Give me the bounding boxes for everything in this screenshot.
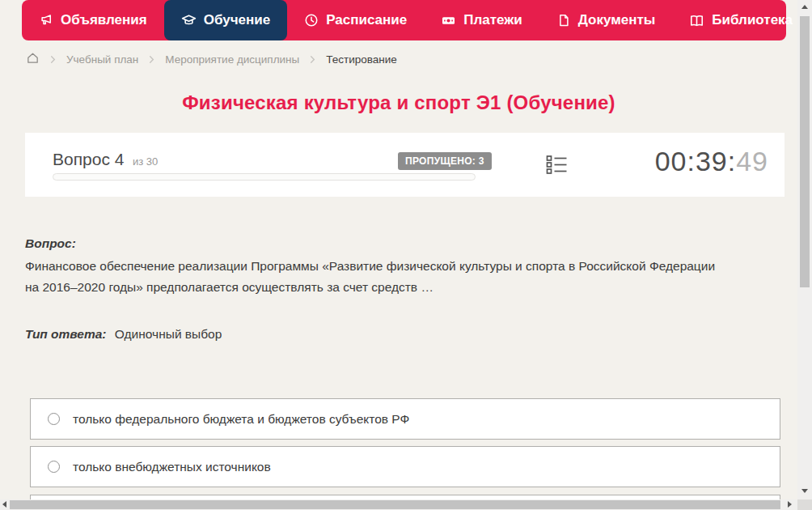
open-book-icon xyxy=(689,13,704,28)
megaphone-icon xyxy=(39,13,53,28)
skipped-badge: ПРОПУЩЕНО: 3 xyxy=(398,152,492,170)
nav-tab-announcements[interactable]: Объявления xyxy=(22,0,164,40)
scroll-right-arrow[interactable] xyxy=(788,501,792,508)
nav-tab-label: Документы xyxy=(578,12,656,28)
nav-tab-documents[interactable]: Документы xyxy=(539,0,673,40)
scroll-left-arrow[interactable] xyxy=(2,501,6,508)
answer-option-label: только внебюджетных источников xyxy=(73,460,271,474)
scroll-up-arrow[interactable] xyxy=(801,5,808,9)
chevron-right-icon xyxy=(147,55,156,64)
breadcrumb-item-study-plan[interactable]: Учебный план xyxy=(66,53,138,66)
vertical-scrollbar[interactable] xyxy=(797,0,812,499)
breadcrumb: Учебный план Мероприятие дисциплины Тест… xyxy=(26,49,397,69)
nav-tab-label: Библиотека xyxy=(712,12,793,28)
nav-tab-label: Платежи xyxy=(463,12,522,28)
answer-type-row: Тип ответа: Одиночный выбор xyxy=(25,327,222,342)
question-number: Вопрос 4 xyxy=(53,150,124,168)
nav-tab-label: Объявления xyxy=(61,12,147,28)
cash-icon xyxy=(441,13,456,28)
radio-button[interactable] xyxy=(48,461,60,473)
answer-option-label: только федерального бюджета и бюджетов с… xyxy=(73,412,409,427)
nav-tab-label: Расписание xyxy=(326,12,407,28)
nav-tab-schedule[interactable]: Расписание xyxy=(287,0,424,40)
nav-tab-label: Обучение xyxy=(204,12,270,28)
page-title: Физическая культура и спорт Э1 (Обучение… xyxy=(0,91,797,114)
main-navbar: Объявления Обучение Расписание xyxy=(22,0,786,40)
chevron-right-icon xyxy=(49,55,57,64)
clock-icon xyxy=(304,13,319,28)
nav-tab-payments[interactable]: Платежи xyxy=(424,0,539,40)
graduation-cap-icon xyxy=(181,13,197,28)
lms-test-page: Объявления Обучение Расписание xyxy=(0,0,812,510)
chevron-right-icon xyxy=(308,55,317,64)
timer-seconds: 49 xyxy=(736,146,768,176)
home-icon[interactable] xyxy=(26,51,40,67)
breadcrumb-item-testing: Тестирование xyxy=(326,53,397,66)
horizontal-scroll-thumb[interactable] xyxy=(10,500,780,509)
answer-option-1[interactable]: только федерального бюджета и бюджетов с… xyxy=(30,398,780,440)
question-header-card: Вопрос 4 из 30 ПРОПУЩЕНО: 3 00:39:49 xyxy=(25,133,785,197)
question-total: из 30 xyxy=(133,155,158,168)
nav-tab-library[interactable]: Библиотека xyxy=(672,0,812,40)
horizontal-scrollbar[interactable] xyxy=(0,499,797,510)
answer-type-value: Одиночный выбор xyxy=(115,327,222,341)
answer-type-label: Тип ответа: xyxy=(25,327,107,341)
question-text: Финансовое обеспечение реализации Програ… xyxy=(25,256,730,298)
document-icon xyxy=(556,13,571,28)
question-counter: Вопрос 4 из 30 xyxy=(53,150,158,169)
progress-bar xyxy=(53,173,476,181)
timer: 00:39:49 xyxy=(655,146,768,177)
vertical-scroll-thumb[interactable] xyxy=(800,16,810,287)
nav-tab-learning[interactable]: Обучение xyxy=(164,0,287,40)
breadcrumb-item-discipline-event[interactable]: Мероприятие дисциплины xyxy=(165,53,299,66)
timer-hours-minutes: 00:39: xyxy=(655,146,737,176)
question-list-icon[interactable] xyxy=(546,154,568,179)
answer-option-2[interactable]: только внебюджетных источников xyxy=(30,446,780,487)
scrollbar-corner xyxy=(797,499,812,510)
question-prompt-label: Вопрос: xyxy=(25,236,76,251)
scroll-down-arrow[interactable] xyxy=(801,489,808,493)
radio-button[interactable] xyxy=(48,413,60,425)
